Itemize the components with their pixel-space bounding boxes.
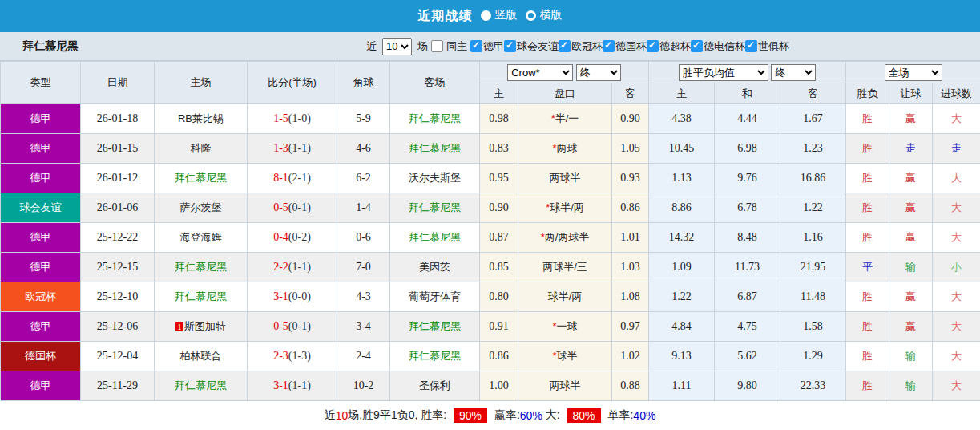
result-wdl: 胜 [846,164,889,193]
result-pan: 输 [889,253,933,282]
away-team[interactable]: 葡萄牙体育 [390,282,480,312]
away-team-name[interactable]: 拜仁慕尼黑 [409,350,461,362]
home-team-name[interactable]: 拜仁慕尼黑 [175,172,227,184]
away-team-name[interactable]: 拜仁慕尼黑 [409,112,461,124]
radio-label: 横版 [540,8,563,22]
pan-text: 球半/两 [548,290,583,302]
away-team[interactable]: 拜仁慕尼黑 [390,223,480,253]
home-team[interactable]: RB莱比锡 [155,104,248,134]
pan-away-odds: 0.97 [612,312,649,342]
avg-period-select[interactable]: 终 [771,64,816,81]
away-team-name[interactable]: 美因茨 [419,261,450,273]
away-team-name[interactable]: 拜仁慕尼黑 [409,231,461,243]
average-select[interactable]: 胜平负均值 [679,64,768,81]
table-header: 类型 日期 主场 比分(半场) 角球 客场 Crow* 终 胜平负均值 终 全场 [1,62,980,104]
score-cell: 3-1(1-1) [248,371,337,401]
home-team[interactable]: 拜仁慕尼黑 [155,371,248,401]
checkbox-icon[interactable] [504,40,516,52]
avg-draw-odds: 4.44 [715,104,780,134]
pan-home-odds: 0.86 [480,342,518,371]
avg-draw-odds: 9.76 [715,164,780,193]
home-team-name[interactable]: 拜仁慕尼黑 [175,379,227,391]
bookmaker-select[interactable]: Crow* [507,64,573,81]
col-date: 日期 [81,62,155,104]
match-type-badge: 球会友谊 [1,193,81,223]
home-team[interactable]: 拜仁慕尼黑 [155,253,248,282]
checkbox-icon[interactable] [603,40,615,52]
away-team-name[interactable]: 圣保利 [419,379,450,391]
result-pan: 赢 [889,282,933,312]
result-wdl: 胜 [846,193,889,223]
away-team[interactable]: 拜仁慕尼黑 [390,104,480,134]
avg-away-odds: 22.33 [780,371,846,401]
summary-segment: 大: [542,408,563,423]
panel-title: 近期战绩 [418,8,473,25]
home-team-name[interactable]: 科隆 [191,142,212,154]
score-fulltime: 0-4 [273,231,288,243]
away-team[interactable]: 拜仁慕尼黑 [390,342,480,371]
checkbox-icon[interactable] [470,40,482,52]
away-team-name[interactable]: 拜仁慕尼黑 [409,201,461,213]
away-team[interactable]: 拜仁慕尼黑 [390,312,480,342]
pan-away-odds: 1.03 [612,253,649,282]
score-cell: 1-3(1-1) [248,134,337,164]
away-team-name[interactable]: 沃尔夫斯堡 [409,172,461,184]
scope-select[interactable]: 全场 [885,64,942,81]
away-team[interactable]: 美因茨 [390,253,480,282]
home-team-name[interactable]: 柏林联合 [180,350,222,362]
league-filter-item[interactable]: 德电信杯 [691,39,745,54]
pan-away-odds: 1.08 [612,282,649,312]
league-filter-item[interactable]: 德甲 [470,39,504,54]
pan-home-odds: 0.98 [480,104,518,134]
layout-radio[interactable]: 横版 [526,8,563,22]
pan-handicap: 球半/两 [518,282,612,312]
home-team-name[interactable]: RB莱比锡 [178,112,224,124]
league-filter-item[interactable]: 德国杯 [603,39,647,54]
radio-icon[interactable] [481,10,491,21]
home-team[interactable]: 拜仁慕尼黑 [155,164,248,193]
home-team-name[interactable]: 萨尔茨堡 [180,201,222,213]
home-team[interactable]: 科隆 [155,134,248,164]
checkbox-icon[interactable] [647,40,659,52]
home-team-name[interactable]: 拜仁慕尼黑 [175,261,227,273]
radio-icon[interactable] [526,10,536,21]
away-team-name[interactable]: 拜仁慕尼黑 [409,320,461,332]
away-team[interactable]: 拜仁慕尼黑 [390,193,480,223]
league-filter-item[interactable]: 球会友谊 [504,39,559,54]
result-pan: 走 [889,134,933,164]
home-team-name[interactable]: 拜仁慕尼黑 [175,290,227,302]
away-team-name[interactable]: 葡萄牙体育 [409,290,461,302]
radio-label: 竖版 [495,8,518,22]
match-type-badge: 德甲 [1,164,81,193]
away-team[interactable]: 圣保利 [390,371,480,401]
match-type-badge: 德甲 [1,223,81,253]
same-home-checkbox[interactable] [431,40,443,52]
league-label: 德甲 [483,39,504,54]
home-team[interactable]: 拜仁慕尼黑 [155,282,248,312]
checkbox-icon[interactable] [745,40,757,52]
book-period-select[interactable]: 终 [576,64,621,81]
home-team-name[interactable]: 海登海姆 [180,231,222,243]
league-filter-item[interactable]: 德超杯 [647,39,691,54]
league-filter-item[interactable]: 欧冠杯 [559,39,603,54]
table-row: 德甲 26-01-15 科隆 1-3(1-1) 4-6 拜仁慕尼黑 0.83 *… [1,134,980,164]
match-count-select[interactable]: 10 [382,38,412,55]
home-team[interactable]: 萨尔茨堡 [155,193,248,223]
home-team[interactable]: 海登海姆 [155,223,248,253]
away-team-name[interactable]: 拜仁慕尼黑 [409,142,461,154]
result-wdl: 胜 [846,134,889,164]
away-team[interactable]: 沃尔夫斯堡 [390,164,480,193]
away-team[interactable]: 拜仁慕尼黑 [390,134,480,164]
summary-bar: 近10场,胜9平1负0, 胜率: 90% 赢率:60% 大: 80% 单率:40… [0,401,980,430]
home-team[interactable]: 1斯图加特 [155,312,248,342]
league-filter-item[interactable]: 世俱杯 [745,39,789,54]
checkbox-icon[interactable] [691,40,703,52]
home-team-name[interactable]: 斯图加特 [184,320,226,332]
results-table: 类型 日期 主场 比分(半场) 角球 客场 Crow* 终 胜平负均值 终 全场 [0,61,980,401]
avg-draw-odds: 6.78 [715,193,780,223]
home-team[interactable]: 柏林联合 [155,342,248,371]
same-home-label: 同主 [446,39,467,54]
checkbox-icon[interactable] [559,40,571,52]
layout-radio[interactable]: 竖版 [481,8,518,22]
title-bar: 近期战绩 竖版横版 [0,0,980,32]
